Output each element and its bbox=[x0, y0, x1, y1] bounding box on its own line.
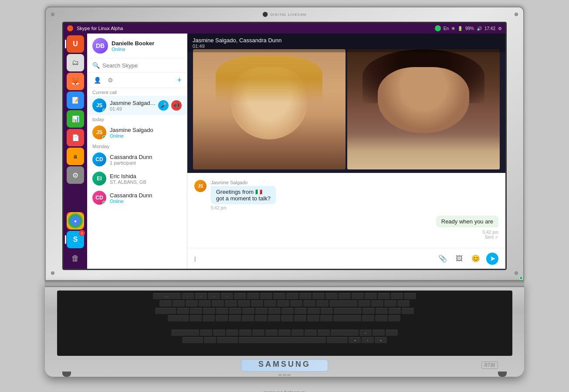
key-ins[interactable] bbox=[352, 293, 364, 299]
key-h[interactable] bbox=[255, 315, 267, 321]
key-2[interactable] bbox=[186, 301, 198, 307]
key-ctrl[interactable] bbox=[182, 337, 203, 343]
contact-cassandra-group[interactable]: CD Cassandra Dunn 1 participant bbox=[87, 150, 187, 169]
key-f8[interactable] bbox=[273, 293, 285, 299]
key-num6[interactable] bbox=[389, 308, 401, 314]
launcher-icon-skype[interactable]: S 1 bbox=[67, 231, 84, 248]
launcher-icon-firefox[interactable]: 🦊 bbox=[67, 73, 84, 90]
key-i[interactable] bbox=[268, 308, 281, 314]
end-call-button[interactable]: 📵 bbox=[171, 100, 182, 111]
key-slash[interactable] bbox=[318, 330, 330, 336]
key-m[interactable] bbox=[278, 330, 291, 336]
key-tilde[interactable] bbox=[159, 301, 172, 307]
key-y[interactable] bbox=[242, 308, 254, 314]
key-t[interactable] bbox=[229, 308, 241, 314]
key-alt[interactable] bbox=[217, 337, 238, 343]
key-del[interactable] bbox=[339, 293, 351, 299]
launcher-trash[interactable]: 🗑 bbox=[67, 250, 84, 267]
key-q[interactable] bbox=[177, 308, 189, 314]
key-altgr[interactable] bbox=[327, 337, 348, 343]
key-k[interactable] bbox=[281, 315, 293, 321]
key-f7[interactable] bbox=[260, 293, 272, 299]
key-down[interactable]: ▼ bbox=[362, 337, 374, 343]
toolbar-settings-icon[interactable]: ⚙ bbox=[105, 75, 115, 85]
key-g[interactable] bbox=[242, 315, 254, 321]
key-f11[interactable] bbox=[312, 293, 325, 299]
mute-button[interactable]: 🎤 bbox=[158, 100, 169, 111]
key-3[interactable] bbox=[199, 301, 211, 307]
key-numdot[interactable] bbox=[386, 330, 398, 336]
search-input[interactable] bbox=[102, 62, 182, 69]
key-f10[interactable] bbox=[299, 293, 312, 299]
key-comma[interactable] bbox=[291, 330, 304, 336]
key-num1[interactable] bbox=[362, 315, 374, 321]
key-enter[interactable] bbox=[334, 308, 362, 314]
key-num4[interactable] bbox=[362, 308, 375, 314]
key-5[interactable] bbox=[225, 301, 237, 307]
key-left[interactable]: ◀ bbox=[349, 337, 361, 343]
key-num8[interactable] bbox=[371, 301, 383, 307]
key-f3[interactable]: F3 bbox=[208, 293, 220, 299]
key-7[interactable] bbox=[251, 301, 263, 307]
key-home[interactable] bbox=[365, 293, 377, 299]
key-f1[interactable]: F1 bbox=[182, 293, 194, 299]
key-enter2[interactable] bbox=[333, 315, 361, 321]
key-u[interactable] bbox=[255, 308, 268, 314]
key-num5[interactable] bbox=[376, 308, 388, 314]
key-d[interactable] bbox=[216, 315, 228, 321]
key-0[interactable] bbox=[290, 301, 302, 307]
send-button[interactable]: ➤ bbox=[486, 253, 498, 265]
key-backspace[interactable] bbox=[329, 301, 357, 307]
key-f5[interactable] bbox=[234, 293, 246, 299]
key-f9[interactable] bbox=[286, 293, 298, 299]
add-contact-button[interactable]: + bbox=[177, 76, 182, 85]
key-equals[interactable] bbox=[316, 301, 329, 307]
launcher-icon-settings[interactable]: ⚙ bbox=[67, 166, 84, 184]
key-f12[interactable] bbox=[325, 293, 338, 299]
key-pgdn[interactable] bbox=[404, 293, 416, 299]
launcher-icon-sheet[interactable]: 📊 bbox=[67, 110, 84, 128]
key-space[interactable] bbox=[239, 337, 326, 343]
key-a[interactable] bbox=[190, 315, 202, 321]
key-w[interactable] bbox=[190, 308, 202, 314]
key-lshift[interactable] bbox=[171, 330, 199, 336]
launcher-icon-text[interactable]: 📝 bbox=[67, 91, 84, 109]
key-numplus[interactable] bbox=[402, 308, 414, 314]
key-tab[interactable] bbox=[155, 308, 176, 314]
message-input[interactable] bbox=[194, 255, 431, 262]
key-minus[interactable] bbox=[303, 301, 315, 307]
key-n[interactable] bbox=[265, 330, 278, 336]
contacts-icon[interactable]: 👤 bbox=[92, 75, 102, 85]
key-pgup[interactable] bbox=[391, 293, 403, 299]
key-j[interactable] bbox=[268, 315, 280, 321]
key-e[interactable] bbox=[203, 308, 215, 314]
emoji-icon[interactable]: 😊 bbox=[470, 253, 482, 265]
key-f6[interactable] bbox=[247, 293, 259, 299]
key-f[interactable] bbox=[229, 315, 241, 321]
key-s[interactable] bbox=[203, 315, 215, 321]
key-p[interactable] bbox=[295, 308, 307, 314]
key-lbracket[interactable] bbox=[308, 308, 320, 314]
key-8[interactable] bbox=[264, 301, 276, 307]
launcher-icon-ubuntu[interactable]: U bbox=[67, 35, 84, 53]
key-o[interactable] bbox=[281, 308, 294, 314]
key-r[interactable] bbox=[216, 308, 228, 314]
contact-eric[interactable]: EI Eric Ishida ST. ALBANS, GB bbox=[87, 169, 187, 188]
search-bar[interactable]: 🔍 bbox=[87, 58, 187, 73]
key-l[interactable] bbox=[294, 315, 306, 321]
key-up[interactable]: ▲ bbox=[359, 330, 372, 336]
launcher-icon-amazon[interactable]: a bbox=[67, 148, 84, 165]
key-x[interactable] bbox=[213, 330, 225, 336]
settings-icon[interactable]: ⚙ bbox=[498, 26, 502, 31]
current-call-item[interactable]: JS Jasmine Salgado, Ca... 01:49 🎤 📵 bbox=[87, 96, 187, 115]
key-rbracket[interactable] bbox=[321, 308, 333, 314]
launcher-icon-chrome[interactable]: ● bbox=[67, 212, 84, 230]
key-9[interactable] bbox=[277, 301, 289, 307]
launcher-icon-files[interactable]: 🗂 bbox=[67, 54, 84, 71]
key-4[interactable] bbox=[212, 301, 224, 307]
image-icon[interactable]: 🖼 bbox=[453, 253, 465, 265]
key-z[interactable] bbox=[200, 330, 212, 336]
key-1[interactable] bbox=[173, 301, 185, 307]
key-right[interactable]: ▶ bbox=[375, 337, 387, 343]
key-b[interactable] bbox=[252, 330, 264, 336]
